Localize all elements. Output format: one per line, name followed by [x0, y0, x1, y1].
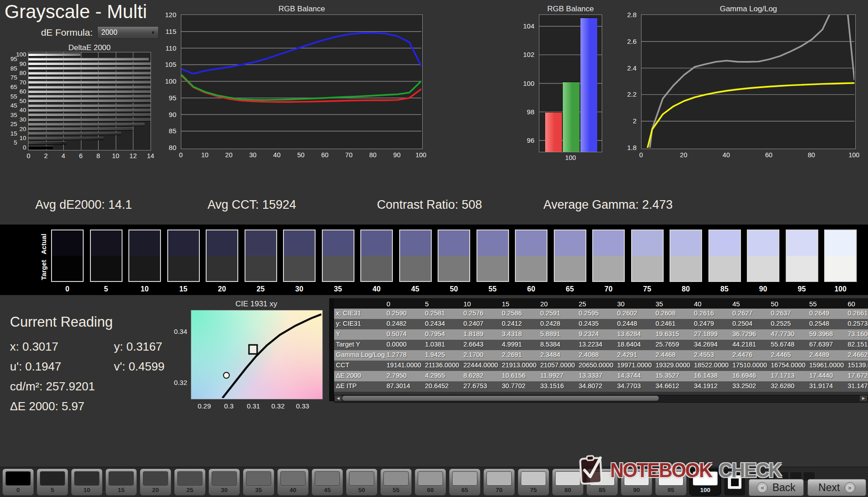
- patch-swatch: [280, 471, 306, 486]
- gray-patch-button[interactable]: 30: [208, 469, 240, 496]
- grayscale-swatch: 10: [128, 230, 161, 293]
- gray-patch-button[interactable]: 70: [483, 469, 515, 496]
- swatch-level-label: 30: [283, 285, 316, 293]
- axis-tick-label: 0: [179, 151, 183, 159]
- gray-patch-button[interactable]: 15: [105, 469, 137, 496]
- table-cell: 2.4468: [654, 350, 692, 361]
- grayscale-swatch: 55: [476, 230, 509, 293]
- table-header-cell: 0: [385, 298, 423, 309]
- swatch-box: [824, 230, 857, 282]
- table-cell: 18.6404: [615, 340, 654, 350]
- gamma-chart: [641, 14, 856, 149]
- gray-patch-button[interactable]: 45: [311, 469, 343, 496]
- table-cell: 31.1472: [846, 381, 868, 392]
- rgb-bar-y-axis: 9698100102104: [518, 14, 537, 152]
- logo-check-text: CHECK: [719, 459, 781, 482]
- deltae-chart-title: DeltaE 2000: [28, 43, 151, 52]
- scrollbar-thumb[interactable]: [342, 396, 659, 401]
- chart-gamma-svg: [642, 15, 854, 148]
- grayscale-swatch: 60: [515, 230, 547, 293]
- swatch-level-label: 100: [824, 285, 857, 293]
- swatch-box: [747, 230, 779, 282]
- table-cell: 9.2324: [577, 329, 615, 340]
- gray-patch-button[interactable]: 75: [518, 469, 549, 496]
- patch-swatch: [108, 471, 134, 486]
- gray-patch-button[interactable]: 50: [346, 469, 377, 496]
- grayscale-swatch: 5: [90, 230, 123, 293]
- swatch-box: [476, 230, 509, 282]
- rgb-line-chart-title: RGB Balance: [181, 5, 423, 14]
- axis-tick-label: 60: [321, 151, 329, 159]
- patch-level-label: 90: [621, 487, 652, 493]
- table-cell: 13.2234: [577, 340, 615, 350]
- axis-tick-label: 6: [79, 152, 83, 159]
- next-button[interactable]: Next »: [807, 479, 866, 496]
- de-formula-dropdown[interactable]: 2000 ▼: [97, 26, 159, 39]
- swatch-level-label: 5: [90, 285, 123, 293]
- table-cell: 1.9425: [423, 350, 462, 361]
- swatch-target: [748, 256, 778, 281]
- axis-tick-label: 90: [393, 151, 401, 159]
- table-header-cell: 20: [538, 298, 577, 309]
- swatch-box: [360, 230, 393, 282]
- rgb-balance-bar-blue: [580, 18, 597, 152]
- current-reading-heading: Current Reading: [10, 314, 113, 330]
- table-header-cell: 40: [692, 298, 731, 309]
- swatch-level-label: 50: [438, 285, 470, 293]
- table-header-cell: 45: [731, 298, 769, 309]
- table-cell: 0.2649: [807, 309, 846, 319]
- swatch-box: [167, 230, 200, 282]
- swatch-box: [90, 230, 123, 282]
- gray-patch-button[interactable]: 65: [449, 469, 481, 496]
- gray-patch-button[interactable]: 55: [380, 469, 412, 496]
- table-row: Y0.50740.79541.81893.43185.88919.232413.…: [334, 329, 868, 340]
- table-row-label: ΔE 2000: [334, 371, 385, 381]
- swatch-target: [787, 256, 817, 281]
- axis-tick-label: 20: [225, 151, 232, 159]
- reading-de2000: ΔE 2000: 5.97: [10, 399, 85, 413]
- deltae-bar: [28, 76, 151, 80]
- deltae-bar: [28, 62, 151, 66]
- gray-patch-button[interactable]: 35: [243, 469, 274, 496]
- gray-patch-button[interactable]: 60: [415, 469, 446, 496]
- gray-patch-button[interactable]: 5: [37, 469, 68, 496]
- axis-tick-label: 12: [129, 152, 137, 159]
- table-cell: 16.6946: [731, 371, 769, 381]
- table-cell: 3.4318: [500, 329, 538, 340]
- swatch-level-label: 55: [476, 285, 509, 293]
- cie-chart: [191, 310, 323, 399]
- axis-tick-label: 98: [519, 108, 534, 116]
- table-cell: 2.4489: [807, 350, 846, 361]
- table-horizontal-scrollbar[interactable]: ◀ ▶: [334, 395, 868, 403]
- gray-patch-button[interactable]: 0: [2, 469, 34, 496]
- table-cell: 34.6612: [654, 381, 692, 392]
- table-cell: 8.5384: [538, 340, 577, 350]
- patch-level-label: 50: [346, 487, 377, 493]
- gray-patch-button[interactable]: 20: [140, 469, 171, 496]
- axis-tick-label: 2.4: [621, 64, 637, 72]
- swatch-actual: [91, 230, 122, 256]
- swatch-actual: [439, 230, 469, 256]
- patch-level-label: 75: [518, 487, 549, 493]
- table-cell: 2.4662: [846, 350, 868, 361]
- gray-patch-button[interactable]: 25: [174, 469, 206, 496]
- axis-tick-label: 40: [722, 151, 730, 159]
- grayscale-swatch: 80: [670, 230, 702, 293]
- table-row: y: CIE310.24820.24340.24070.24120.24280.…: [334, 319, 868, 329]
- swatch-target: [709, 256, 740, 281]
- scroll-right-button[interactable]: ▶: [860, 395, 867, 401]
- gray-patch-button[interactable]: 40: [277, 469, 309, 496]
- gray-patch-button[interactable]: 10: [71, 469, 103, 496]
- table-cell: 67.6397: [807, 340, 846, 350]
- next-arrow-icon: »: [844, 482, 855, 493]
- axis-tick-label: 0.31: [247, 402, 260, 410]
- table-cell: 0.2627: [731, 309, 769, 319]
- scroll-left-button[interactable]: ◀: [335, 395, 342, 401]
- swatch-actual: [516, 230, 547, 256]
- table-cell: 2.6643: [462, 340, 500, 350]
- table-cell: 0.2482: [385, 319, 423, 329]
- rgb-bar-chart: [539, 14, 602, 152]
- table-row: Target Y0.00001.03812.66434.99918.538413…: [334, 340, 868, 350]
- table-cell: 34.1912: [692, 381, 731, 392]
- deltae-bar: [28, 58, 149, 61]
